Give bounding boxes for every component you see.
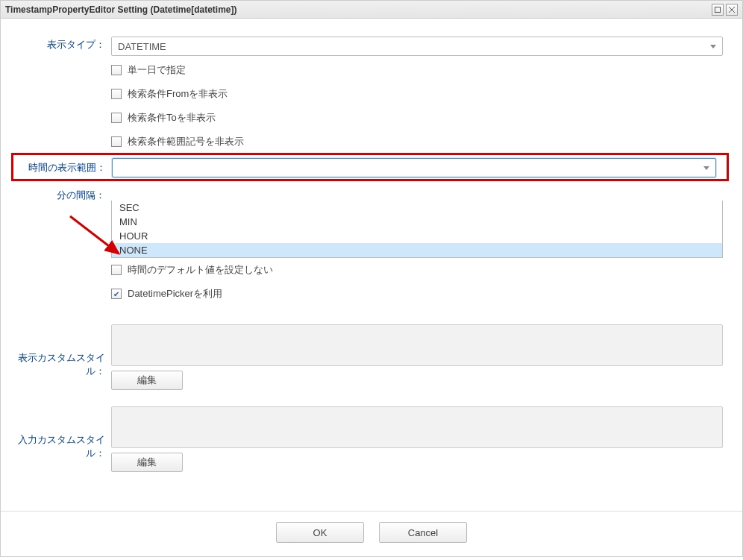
edit-button-label: 編集 xyxy=(137,456,157,469)
display-type-select[interactable]: DATETIME xyxy=(111,37,723,56)
row-minute-interval: 分の間隔： xyxy=(14,184,729,202)
checkbox-label: 検索条件範囲記号を非表示 xyxy=(128,135,244,148)
checkbox-icon xyxy=(111,136,122,147)
checkbox-label: 検索条件Fromを非表示 xyxy=(128,87,228,101)
dropdown-option-min[interactable]: MIN xyxy=(112,215,722,229)
label-input-custom-style: 入力カスタムスタイル： xyxy=(14,415,111,460)
highlight-time-range: 時間の表示範囲： xyxy=(11,153,729,181)
dropdown-option-sec[interactable]: SEC xyxy=(112,201,722,215)
row-input-custom-style: 入力カスタムスタイル： 編集 xyxy=(14,403,729,472)
titlebar-buttons xyxy=(712,4,738,16)
ok-button-label: OK xyxy=(313,527,327,538)
checkbox-icon xyxy=(111,113,122,123)
checkbox-hide-from[interactable]: 検索条件Fromを非表示 xyxy=(111,81,729,104)
label-minute-interval: 分の間隔： xyxy=(14,184,111,202)
label-display-custom-style: 表示カスタムスタイル： xyxy=(14,333,111,378)
svg-rect-0 xyxy=(715,7,721,12)
dialog-window: TimestampPropertyEditor Setting (Datetim… xyxy=(0,0,743,557)
label-time-range: 時間の表示範囲： xyxy=(15,157,112,174)
maximize-button[interactable] xyxy=(712,4,724,16)
dropdown-option-none[interactable]: NONE xyxy=(112,243,722,257)
edit-input-style-button[interactable]: 編集 xyxy=(111,453,183,472)
window-title: TimestampPropertyEditor Setting (Datetim… xyxy=(5,4,237,15)
checkbox-label: 検索条件Toを非表示 xyxy=(128,111,216,125)
row-cb-no-time-default: 時間のデフォルト値を設定しない xyxy=(14,257,729,280)
row-display-type: 表示タイプ： DATETIME xyxy=(14,34,729,56)
edit-button-label: 編集 xyxy=(137,374,157,387)
close-icon xyxy=(729,7,735,13)
cancel-button[interactable]: Cancel xyxy=(379,522,467,543)
time-range-select[interactable] xyxy=(112,158,716,177)
checkbox-icon xyxy=(111,265,122,275)
row-display-custom-style: 表示カスタムスタイル： 編集 xyxy=(14,321,729,390)
titlebar: TimestampPropertyEditor Setting (Datetim… xyxy=(1,1,742,19)
field-display-type: DATETIME xyxy=(111,34,729,56)
dropdown-option-hour[interactable]: HOUR xyxy=(112,229,722,243)
checkbox-single-day[interactable]: 単一日で指定 xyxy=(111,57,729,80)
cancel-button-label: Cancel xyxy=(408,527,438,538)
maximize-icon xyxy=(715,7,721,13)
row-cb-use-datetime-picker: DatetimePickerを利用 xyxy=(14,281,729,303)
display-custom-style-textarea[interactable] xyxy=(111,324,723,366)
row-time-range: 時間の表示範囲： xyxy=(15,157,722,177)
close-button[interactable] xyxy=(726,4,738,16)
row-cb-single-day: 単一日で指定 xyxy=(14,57,729,80)
chevron-down-icon xyxy=(703,166,709,170)
checkbox-icon xyxy=(111,89,122,99)
input-custom-style-textarea[interactable] xyxy=(111,406,723,448)
dialog-body: 表示タイプ： DATETIME 単一日で指定 検索条件Fromを非表示 xyxy=(1,19,742,511)
checkbox-icon xyxy=(111,65,122,75)
row-cb-hide-to: 検索条件Toを非表示 xyxy=(14,105,729,128)
field-time-range xyxy=(112,157,722,177)
checkbox-icon xyxy=(111,289,122,299)
label-display-type: 表示タイプ： xyxy=(14,34,111,51)
checkbox-use-datetime-picker[interactable]: DatetimePickerを利用 xyxy=(111,281,729,303)
checkbox-label: 単一日で指定 xyxy=(128,63,186,77)
edit-display-style-button[interactable]: 編集 xyxy=(111,371,183,390)
row-cb-hide-from: 検索条件Fromを非表示 xyxy=(14,81,729,104)
field-input-custom-style: 編集 xyxy=(111,403,729,472)
checkbox-label: DatetimePickerを利用 xyxy=(128,287,222,301)
row-cb-hide-range-sign: 検索条件範囲記号を非表示 xyxy=(14,129,729,151)
time-range-dropdown: SEC MIN HOUR NONE xyxy=(111,201,723,258)
display-type-value: DATETIME xyxy=(118,41,166,52)
field-display-custom-style: 編集 xyxy=(111,321,729,390)
checkbox-label: 時間のデフォルト値を設定しない xyxy=(128,263,273,277)
checkbox-no-time-default[interactable]: 時間のデフォルト値を設定しない xyxy=(111,257,729,280)
checkbox-hide-range-sign[interactable]: 検索条件範囲記号を非表示 xyxy=(111,129,729,151)
checkbox-hide-to[interactable]: 検索条件Toを非表示 xyxy=(111,105,729,128)
chevron-down-icon xyxy=(710,45,716,48)
ok-button[interactable]: OK xyxy=(276,522,364,543)
dialog-footer: OK Cancel xyxy=(1,511,742,556)
